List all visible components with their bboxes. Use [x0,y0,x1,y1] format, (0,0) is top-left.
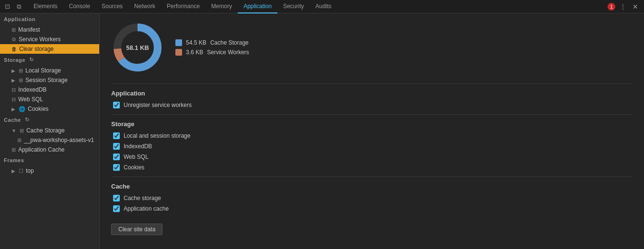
sidebar-item-cookies[interactable]: ▶ 🌐 Cookies [0,104,99,114]
cursor-icon[interactable]: ⊡ [2,1,12,12]
web-sql-checkbox-row: Web SQL [111,154,632,160]
app-cache-checkbox[interactable] [113,205,120,212]
legend-service-workers: 3.6 KB Service Workers [175,49,249,56]
donut-chart: 58.1 KB [111,21,164,74]
unregister-label[interactable]: Unregister service workers [124,102,192,108]
tab-security[interactable]: Security [277,0,310,13]
service-workers-icon: ⚙ [12,36,16,43]
cache-refresh-icon[interactable]: ↻ [25,117,30,123]
sidebar-item-web-sql[interactable]: ⊟ Web SQL [0,95,99,104]
sidebar-item-cache-storage[interactable]: ▼ ⊞ Cache Storage [0,126,99,135]
sidebar-item-local-storage[interactable]: ▶ ⊞ Local Storage [0,66,99,75]
sidebar-item-local-storage-label: Local Storage [25,67,61,74]
legend-cache-label: Cache Storage [210,39,249,46]
cache-storage-dot [175,39,182,46]
sidebar-item-web-sql-label: Web SQL [18,96,43,103]
indexeddb-label[interactable]: IndexedDB [124,143,152,150]
storage-section-title: Storage [111,120,632,128]
service-workers-dot [175,49,182,56]
clear-site-data-button[interactable]: Clear site data [111,224,162,235]
app-cache-label[interactable]: Application cache [124,205,169,212]
clear-storage-icon: 🗑 [12,46,17,52]
sidebar-section-storage: Storage ↻ [0,54,99,66]
sidebar-section-application: Application [0,13,99,25]
cache-section-title: Cache [111,183,632,190]
legend-sw-label: Service Workers [207,49,249,56]
application-section-title: Application [111,90,632,97]
sidebar-item-service-workers[interactable]: ⚙ Service Workers [0,35,99,44]
session-storage-icon: ⊞ [19,77,23,83]
divider-3 [111,177,632,177]
top-icon: ☐ [19,168,23,174]
sidebar-item-top[interactable]: ▶ ☐ top [0,166,99,176]
sidebar-section-storage-label: Storage [4,57,25,63]
cache-storage-checkbox-row: Cache storage [111,195,632,202]
indexeddb-checkbox[interactable] [113,143,120,150]
sidebar-item-pwa-cache[interactable]: ⊞ __pwa-workshop-assets-v1 [0,135,99,145]
error-badge: 1 [608,3,615,11]
cookies-label[interactable]: Cookies [124,164,144,171]
tab-sources[interactable]: Sources [96,0,128,13]
cache-storage-label[interactable]: Cache storage [124,195,161,202]
session-storage-arrow: ▶ [12,78,15,83]
indexeddb-checkbox-row: IndexedDB [111,143,632,150]
sidebar-item-session-storage-label: Session Storage [25,77,68,83]
local-session-label[interactable]: Local and session storage [124,132,190,139]
more-options-icon[interactable]: ⋮ [618,2,628,12]
divider-1 [111,83,632,84]
sidebar-item-manifest[interactable]: ⊞ Manifest [0,25,99,35]
sidebar-section-frames-label: Frames [4,157,24,163]
indexeddb-icon: ⊟ [12,87,16,93]
sidebar-item-top-label: top [26,167,34,174]
tab-elements[interactable]: Elements [28,0,63,13]
tab-network[interactable]: Network [128,0,161,13]
storage-refresh-icon[interactable]: ↻ [29,57,34,63]
close-devtools-icon[interactable]: ✕ [631,2,640,12]
responsive-icon[interactable]: ⧉ [13,1,24,12]
sidebar-item-app-cache[interactable]: ⊞ Application Cache [0,145,99,154]
cache-storage-icon: ⊞ [20,128,24,134]
local-session-checkbox[interactable] [113,132,120,139]
tab-application[interactable]: Application [238,0,277,13]
sidebar-item-indexeddb-label: IndexedDB [18,86,46,93]
app-cache-checkbox-row: Application cache [111,205,632,212]
main-panel: 58.1 KB 54.5 KB Cache Storage 3.6 KB Ser… [100,13,644,249]
sidebar-item-indexeddb[interactable]: ⊟ IndexedDB [0,85,99,95]
donut-center-label: 58.1 KB [126,44,149,51]
tab-bar: ⊡ ⧉ Elements Console Sources Network Per… [0,0,644,13]
legend-sw-size: 3.6 KB [186,49,203,56]
pwa-cache-icon: ⊞ [17,137,22,143]
local-storage-icon: ⊞ [19,68,23,74]
tab-memory[interactable]: Memory [206,0,238,13]
tab-audits[interactable]: Audits [310,0,337,13]
sidebar-item-app-cache-label: Application Cache [18,146,65,153]
web-sql-checkbox[interactable] [113,154,120,160]
manifest-icon: ⊞ [12,27,16,33]
sidebar-item-session-storage[interactable]: ▶ ⊞ Session Storage [0,75,99,85]
sidebar-section-app-label: Application [4,16,35,22]
unregister-checkbox-row: Unregister service workers [111,102,632,108]
web-sql-icon: ⊟ [12,96,16,103]
cookies-checkbox[interactable] [113,164,120,171]
main-layout: Application ⊞ Manifest ⚙ Service Workers… [0,13,644,249]
sidebar-item-clear-storage[interactable]: 🗑 Clear storage [0,44,99,54]
chart-legend: 54.5 KB Cache Storage 3.6 KB Service Wor… [175,39,249,56]
sidebar-item-manifest-label: Manifest [18,26,40,33]
sidebar-item-cache-storage-label: Cache Storage [26,127,65,134]
cache-storage-checkbox[interactable] [113,195,120,202]
legend-cache-size: 54.5 KB [186,39,207,46]
sidebar-item-clear-label: Clear storage [19,46,54,52]
legend-cache-storage: 54.5 KB Cache Storage [175,39,249,46]
tab-performance[interactable]: Performance [161,0,206,13]
app-cache-icon: ⊞ [12,147,16,153]
unregister-checkbox[interactable] [113,102,120,108]
web-sql-label[interactable]: Web SQL [124,154,149,160]
cookies-checkbox-row: Cookies [111,164,632,171]
sidebar-item-sw-label: Service Workers [19,36,61,43]
sidebar-item-pwa-cache-label: __pwa-workshop-assets-v1 [24,137,94,143]
cookies-icon: 🌐 [19,106,25,112]
devtools-icons: ⊡ ⧉ [2,1,24,12]
sidebar-item-cookies-label: Cookies [28,106,48,112]
chart-area: 58.1 KB 54.5 KB Cache Storage 3.6 KB Ser… [111,21,632,74]
tab-console[interactable]: Console [63,0,96,13]
